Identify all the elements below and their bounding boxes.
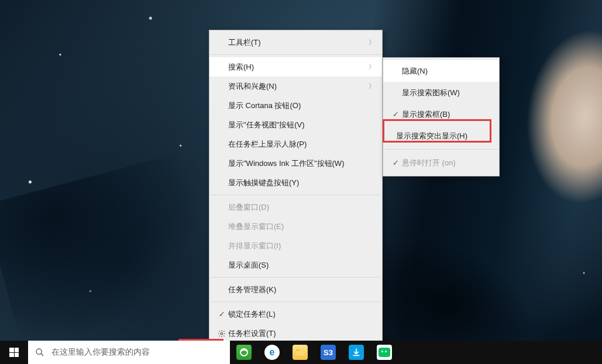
menu-item-label: 显示搜索图标(W) [402, 88, 491, 98]
submenu-item-hoveropen: ✓ 悬停时打开 (on) [383, 152, 499, 174]
taskbar-app-s3[interactable]: S3 [314, 341, 342, 364]
search-placeholder: 在这里输入你要搜索的内容 [51, 347, 150, 358]
edge-icon: e [264, 345, 280, 360]
menu-item-sidebyside: 并排显示窗口(I) [209, 236, 382, 255]
menu-item-news[interactable]: 资讯和兴趣(N) 〉 [209, 77, 382, 96]
search-submenu[interactable]: 隐藏(N) 显示搜索图标(W) ✓ 显示搜索框(B) 显示搜索突出显示(H) ✓… [383, 57, 500, 176]
submenu-chevron-icon: 〉 [369, 38, 375, 47]
taskbar-search-box[interactable]: 在这里输入你要搜索的内容 [28, 341, 230, 364]
menu-item-label: 任务管理器(K) [228, 285, 374, 295]
gear-icon [215, 330, 228, 338]
menu-item-showdesktop[interactable]: 显示桌面(S) [209, 255, 382, 275]
menu-item-label: 显示"任务视图"按钮(V) [228, 120, 374, 130]
menu-item-label: 显示桌面(S) [228, 260, 374, 271]
svg-line-2 [41, 353, 43, 356]
menu-item-toolbars[interactable]: 工具栏(T) 〉 [209, 33, 382, 52]
menu-item-taskview[interactable]: 显示"任务视图"按钮(V) [209, 115, 382, 134]
submenu-item-showicon[interactable]: 显示搜索图标(W) [383, 82, 499, 103]
submenu-chevron-icon: 〉 [369, 63, 375, 71]
file-explorer-icon [293, 345, 308, 360]
checkmark-icon: ✓ [389, 110, 402, 119]
menu-item-label: 在任务栏上显示人脉(P) [228, 139, 374, 150]
menu-item-label: 显示搜索框(B) [402, 109, 491, 120]
menu-item-label: 堆叠显示窗口(E) [228, 221, 374, 232]
taskbar[interactable]: 在这里输入你要搜索的内容 e S3 [0, 341, 602, 364]
icon-label: S3 [324, 348, 333, 357]
menu-item-touchkb[interactable]: 显示触摸键盘按钮(Y) [209, 173, 382, 192]
browser-360-icon [236, 345, 252, 360]
menu-item-search[interactable]: 搜索(H) 〉 [209, 57, 382, 77]
taskbar-app-wechat[interactable] [370, 341, 398, 364]
menu-separator [211, 54, 381, 55]
menu-item-label: 悬停时打开 (on) [402, 158, 491, 168]
taskbar-app-explorer[interactable] [286, 341, 314, 364]
menu-item-stacked: 堆叠显示窗口(E) [209, 217, 382, 236]
search-icon [35, 348, 44, 357]
menu-item-label: 显示 Cortana 按钮(O) [228, 100, 374, 111]
menu-separator [211, 277, 381, 278]
checkmark-icon: ✓ [215, 310, 228, 318]
wechat-icon [377, 345, 392, 360]
menu-item-label: 显示"Windows Ink 工作区"按钮(W) [228, 158, 374, 169]
svg-point-0 [221, 332, 223, 335]
menu-item-cortana[interactable]: 显示 Cortana 按钮(O) [209, 96, 382, 115]
menu-separator [211, 195, 381, 195]
menu-item-label: 任务栏设置(T) [228, 328, 374, 339]
taskbar-app-edge[interactable]: e [258, 341, 286, 364]
taskbar-apps: e S3 [230, 341, 398, 364]
menu-item-ink[interactable]: 显示"Windows Ink 工作区"按钮(W) [209, 154, 382, 173]
s3-app-icon: S3 [321, 345, 336, 360]
start-button[interactable] [0, 341, 28, 364]
menu-separator [384, 149, 498, 150]
menu-item-label: 锁定任务栏(L) [228, 309, 374, 320]
taskbar-app-360browser[interactable] [230, 341, 258, 364]
menu-item-label: 工具栏(T) [228, 37, 374, 48]
menu-item-label: 资讯和兴趣(N) [228, 81, 374, 92]
checkmark-icon: ✓ [389, 158, 402, 167]
menu-item-label: 显示搜索突出显示(H) [396, 131, 491, 141]
download-icon [349, 345, 364, 360]
menu-item-taskmgr[interactable]: 任务管理器(K) [209, 280, 382, 299]
taskbar-app-download[interactable] [342, 341, 370, 364]
menu-item-label: 显示触摸键盘按钮(Y) [228, 178, 374, 188]
svg-point-1 [36, 349, 42, 354]
menu-separator [211, 301, 381, 302]
submenu-chevron-icon: 〉 [369, 82, 375, 91]
menu-item-label: 搜索(H) [228, 62, 374, 72]
menu-item-label: 层叠窗口(D) [228, 202, 374, 213]
windows-logo-icon [9, 348, 19, 357]
submenu-item-hidden[interactable]: 隐藏(N) [383, 60, 499, 82]
menu-item-label: 隐藏(N) [402, 66, 491, 77]
menu-item-label: 并排显示窗口(I) [228, 241, 374, 251]
menu-item-people[interactable]: 在任务栏上显示人脉(P) [209, 134, 382, 154]
taskbar-context-menu[interactable]: 工具栏(T) 〉 搜索(H) 〉 资讯和兴趣(N) 〉 显示 Cortana 按… [209, 30, 383, 346]
submenu-item-highlights[interactable]: 显示搜索突出显示(H) [383, 125, 499, 147]
menu-item-cascade: 层叠窗口(D) [209, 197, 382, 217]
menu-item-locktaskbar[interactable]: ✓ 锁定任务栏(L) [209, 304, 382, 324]
submenu-item-showbox[interactable]: ✓ 显示搜索框(B) [383, 103, 499, 125]
